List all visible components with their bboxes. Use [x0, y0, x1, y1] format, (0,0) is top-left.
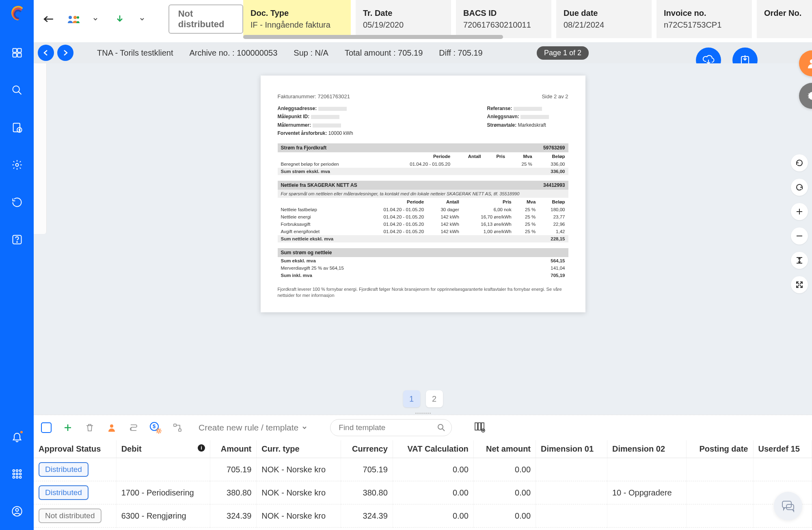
col-debit[interactable]: Debiti — [116, 440, 210, 458]
top-field-value: 720617630210011 — [463, 20, 544, 30]
col-curr-type[interactable]: Curr. type — [257, 440, 341, 458]
col-posting-date[interactable]: Posting date — [686, 440, 753, 458]
nav-dashboard[interactable] — [6, 41, 28, 64]
rotate-ccw-button[interactable] — [791, 154, 808, 171]
nav-documents[interactable] — [6, 116, 28, 139]
top-field-label: Doc. Type — [251, 9, 343, 18]
svg-point-12 — [19, 470, 21, 472]
meta-diff: Diff : 705.19 — [439, 48, 482, 58]
search-icon — [437, 424, 445, 432]
next-doc-button[interactable] — [57, 45, 73, 61]
grid-resize-handle[interactable] — [411, 413, 435, 418]
top-field-label: Order No. — [764, 9, 812, 18]
top-field-1[interactable]: Tr. Date05/19/2020 — [356, 0, 451, 38]
create-rule-link[interactable]: Create new rule / template — [199, 423, 307, 433]
assign-user-fab[interactable] — [799, 50, 812, 76]
page-1-button[interactable]: 1 — [403, 390, 420, 407]
grid-toolbar: Create new rule / template — [34, 415, 812, 440]
assignees-dropdown[interactable] — [65, 10, 81, 28]
svg-point-31 — [158, 430, 160, 432]
prev-doc-button[interactable] — [38, 45, 54, 61]
zoom-in-button[interactable] — [791, 203, 808, 220]
col-currency[interactable]: Currency — [341, 440, 393, 458]
nav-account[interactable] — [6, 500, 28, 523]
meta-sup: Sup : N/A — [294, 48, 328, 58]
top-fields-scrollbar[interactable] — [243, 37, 812, 41]
top-field-5[interactable]: Order No. — [757, 0, 812, 38]
find-template — [330, 419, 452, 436]
nav-apps[interactable] — [6, 463, 28, 485]
top-strip-left: Not distributed — [34, 0, 243, 38]
fullscreen-button[interactable] — [791, 276, 808, 293]
assign-row-button[interactable] — [106, 422, 117, 433]
svg-point-11 — [16, 470, 18, 472]
back-button[interactable] — [41, 10, 56, 28]
table-row[interactable]: Distributed1700 - Periodisering380.80NOK… — [34, 481, 812, 504]
page-selector: 1 2 — [403, 390, 443, 407]
zoom-out-button[interactable] — [791, 227, 808, 244]
svg-point-25 — [810, 60, 812, 63]
top-field-4[interactable]: Invoice no.n72C51753CP1 — [657, 0, 752, 38]
status-badge: Distributed — [39, 462, 89, 477]
document-viewer: Fakturanummer: 72061763021 Side 2 av 2 A… — [34, 63, 812, 415]
meta-bar: TNA - Torils testklient Archive no. : 10… — [34, 42, 812, 63]
col-userdef-15[interactable]: Userdef 15 — [753, 440, 812, 458]
meta-client: TNA - Torils testklient — [97, 48, 173, 58]
col-net-amount[interactable]: Net amount — [473, 440, 536, 458]
top-fields: Doc. TypeIF - Inngående fakturaTr. Date0… — [243, 0, 812, 38]
top-field-2[interactable]: BACS ID720617630210011 — [456, 0, 551, 38]
rule-settings-button[interactable] — [150, 422, 161, 433]
status-badge: Not distributed — [39, 508, 102, 523]
svg-rect-32 — [174, 424, 176, 426]
meta-total: Total amount : 705.19 — [345, 48, 423, 58]
top-field-value: IF - Inngående faktura — [251, 20, 343, 30]
workflow-button[interactable] — [172, 422, 183, 433]
doc-invoice-no: Fakturanummer: 72061763021 — [278, 93, 350, 100]
col-approval-status[interactable]: Approval Status — [34, 440, 116, 458]
page-indicator: Page 1 of 2 — [537, 46, 589, 60]
delete-row-button[interactable] — [84, 422, 95, 433]
download-dropdown[interactable] — [112, 10, 127, 28]
meta-archive: Archive no. : 100000053 — [189, 48, 277, 58]
top-field-value — [764, 20, 812, 30]
top-field-0[interactable]: Doc. TypeIF - Inngående faktura — [243, 0, 351, 38]
brand-logo[interactable] — [9, 6, 25, 22]
top-field-3[interactable]: Due date08/21/2024 — [556, 0, 652, 38]
assignees-chevron-icon[interactable] — [88, 10, 103, 28]
viewer-left-edge — [34, 63, 47, 234]
col-vat-calculation[interactable]: VAT Calculation — [393, 440, 473, 458]
col-dimension-01[interactable]: Dimension 01 — [536, 440, 607, 458]
nav-help[interactable] — [6, 228, 28, 251]
svg-point-23 — [77, 16, 79, 19]
transfer-button[interactable] — [128, 422, 139, 433]
svg-rect-36 — [478, 423, 481, 430]
select-all-checkbox[interactable] — [41, 422, 52, 433]
rotate-cw-button[interactable] — [791, 179, 808, 196]
chat-fab[interactable] — [774, 492, 802, 520]
history-fab[interactable] — [799, 83, 812, 109]
page-2-button[interactable]: 2 — [426, 390, 443, 407]
col-dimension-02[interactable]: Dimension 02 — [607, 440, 686, 458]
column-settings-button[interactable] — [474, 421, 485, 434]
status-chip[interactable]: Not distributed — [168, 4, 243, 34]
svg-point-10 — [13, 470, 15, 472]
table-row[interactable]: Distributed705.19NOK - Norske kro705.190… — [34, 458, 812, 481]
top-field-value: 08/21/2024 — [564, 20, 644, 30]
fit-height-button[interactable] — [791, 252, 808, 269]
svg-point-9 — [17, 242, 17, 242]
nav-settings[interactable] — [6, 154, 28, 176]
find-template-input[interactable] — [330, 419, 452, 436]
nav-notifications[interactable] — [6, 425, 28, 448]
status-badge: Distributed — [39, 485, 89, 500]
svg-rect-2 — [13, 53, 16, 57]
nav-refresh[interactable] — [6, 191, 28, 214]
add-row-button[interactable] — [62, 422, 73, 433]
table-row[interactable]: Not distributed6300 - Rengjøring324.39NO… — [34, 504, 812, 528]
nav-search[interactable] — [6, 79, 28, 102]
download-chevron-icon[interactable] — [134, 10, 149, 28]
doc-page: Fakturanummer: 72061763021 Side 2 av 2 A… — [261, 76, 585, 312]
sidebar — [0, 0, 34, 530]
create-rule-label: Create new rule / template — [199, 423, 298, 433]
notification-dot-icon — [19, 430, 24, 434]
col-amount[interactable]: Amount — [210, 440, 257, 458]
